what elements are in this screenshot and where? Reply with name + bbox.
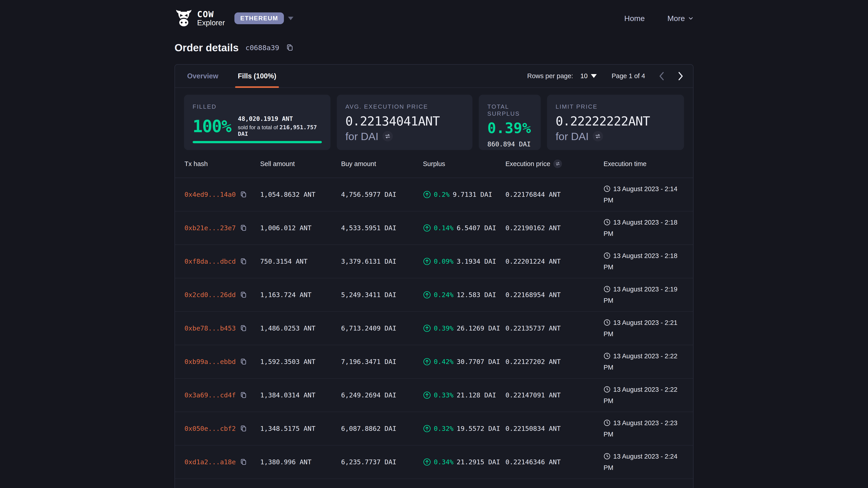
surplus-up-icon: [423, 358, 431, 366]
tx-hash-link[interactable]: 0x4ed9...14a0: [184, 191, 236, 198]
copy-tx-hash-button[interactable]: [240, 325, 247, 332]
execution-time-text: 13 August 2023 - 2:18 PM: [603, 252, 677, 271]
select-caret-icon: [591, 74, 597, 78]
execution-price: 0.22168954 ANT: [505, 291, 603, 299]
copy-icon: [240, 325, 247, 332]
total-surplus-percent: 0.39%: [487, 121, 532, 135]
surplus-percent: 0.09%: [434, 258, 454, 265]
rows-per-page-select[interactable]: 10: [580, 72, 596, 80]
surplus-percent: 0.33%: [434, 391, 454, 399]
tx-hash-link[interactable]: 0xd1a2...a18e: [184, 458, 236, 466]
limit-price-card: LIMIT PRICE 0.22222222ANT for DAI: [547, 95, 684, 150]
clock-icon: [603, 453, 611, 463]
prev-page-button[interactable]: [659, 72, 664, 80]
nav-home[interactable]: Home: [624, 14, 645, 23]
invert-price-button[interactable]: [382, 131, 393, 141]
surplus-amount: 6.5407 DAI: [457, 224, 496, 232]
copy-tx-hash-button[interactable]: [240, 258, 247, 265]
tab-overview[interactable]: Overview: [184, 65, 221, 88]
pagination: Rows per page: 10 Page 1 of 4: [527, 72, 684, 80]
tab-bar: Overview Fills (100%) Rows per page: 10 …: [175, 65, 693, 88]
buy-amount: 6,713.2409 DAI: [341, 324, 423, 332]
avg-price-label: AVG. EXECUTION PRICE: [345, 103, 464, 110]
main-nav: Home More: [624, 14, 693, 23]
network-caret-icon[interactable]: [288, 17, 293, 20]
copy-tx-hash-button[interactable]: [240, 458, 247, 466]
execution-time-text: 13 August 2023 - 2:24 PM: [603, 453, 677, 471]
surplus-amount: 3.1934 DAI: [457, 258, 496, 265]
chevron-left-icon: [659, 72, 664, 80]
copy-tx-hash-button[interactable]: [240, 191, 247, 198]
fill-row: 0x3a69...cd4f 1,384.0314 ANT 6,249.2694 …: [175, 379, 693, 412]
execution-time: 13 August 2023 - 2:21 PM: [603, 318, 680, 339]
tx-hash-link[interactable]: 0xbe78...b453: [184, 324, 236, 332]
execution-price: 0.22190162 ANT: [505, 224, 603, 232]
fills-table-header: Tx hash Sell amount Buy amount Surplus E…: [175, 150, 693, 178]
buy-amount: 5,249.3411 DAI: [341, 291, 423, 299]
brand-subtitle: Explorer: [197, 19, 225, 27]
nav-more[interactable]: More: [668, 14, 693, 23]
buy-amount: 6,087.8862 DAI: [341, 425, 423, 432]
execution-time: 13 August 2023 - 2:19 PM: [603, 284, 680, 306]
clock-icon: [603, 285, 611, 295]
buy-amount: 7,196.3471 DAI: [341, 358, 423, 365]
sell-amount: 1,486.0253 ANT: [260, 324, 341, 332]
surplus-percent: 0.32%: [434, 425, 454, 432]
filled-percent: 100%: [193, 118, 231, 135]
tx-hash-link[interactable]: 0x3a69...cd4f: [184, 391, 236, 399]
copy-icon: [240, 358, 247, 365]
order-panel: Overview Fills (100%) Rows per page: 10 …: [175, 64, 693, 488]
copy-tx-hash-button[interactable]: [240, 291, 247, 298]
fill-row: 0xb21e...23e7 1,006.012 ANT 4,533.5951 D…: [175, 212, 693, 245]
surplus-up-icon: [423, 424, 431, 433]
tx-hash-link[interactable]: 0xb99a...ebbd: [184, 358, 236, 365]
filled-total-prefix: sold for a total of: [238, 124, 278, 130]
tx-hash-link[interactable]: 0x2cd0...26dd: [184, 291, 236, 299]
execution-price: 0.22135737 ANT: [505, 324, 603, 332]
fill-row: 0x2cd0...26dd 1,163.724 ANT 5,249.3411 D…: [175, 278, 693, 312]
surplus-amount: 26.1269 DAI: [457, 324, 500, 332]
tx-hash-link[interactable]: 0x050e...cbf2: [184, 425, 236, 432]
copy-icon: [240, 458, 247, 466]
clock-icon: [603, 219, 611, 229]
avg-price-unit: for DAI: [345, 130, 378, 142]
copy-tx-hash-button[interactable]: [240, 425, 247, 432]
col-sell-amount: Sell amount: [260, 160, 341, 168]
surplus-amount: 21.2915 DAI: [457, 458, 500, 466]
execution-price: 0.22147091 ANT: [505, 391, 603, 399]
cow-icon: [175, 9, 193, 28]
copy-order-id-button[interactable]: [286, 44, 293, 52]
fill-row: 0xf8da...dbcd 750.3154 ANT 3,379.6131 DA…: [175, 245, 693, 278]
filled-progress-fill: [193, 141, 322, 143]
execution-time-text: 13 August 2023 - 2:19 PM: [603, 286, 677, 304]
network-selector[interactable]: ETHEREUM: [235, 12, 284, 24]
copy-tx-hash-button[interactable]: [240, 392, 247, 399]
next-page-button[interactable]: [678, 72, 684, 80]
page-status: Page 1 of 4: [612, 72, 645, 80]
tx-hash-link[interactable]: 0xf8da...dbcd: [184, 258, 236, 265]
copy-icon: [286, 44, 293, 52]
surplus-amount: 21.128 DAI: [457, 391, 496, 399]
buy-amount: 4,533.5951 DAI: [341, 224, 423, 232]
clock-icon: [603, 185, 611, 195]
invert-execution-price-button[interactable]: [553, 160, 562, 168]
copy-icon: [240, 291, 247, 298]
tab-fills[interactable]: Fills (100%): [235, 65, 279, 88]
invert-limit-price-button[interactable]: [593, 131, 603, 141]
copy-tx-hash-button[interactable]: [240, 358, 247, 365]
execution-time: 13 August 2023 - 2:22 PM: [603, 351, 680, 372]
copy-icon: [240, 191, 247, 198]
copy-tx-hash-button[interactable]: [240, 224, 247, 232]
tx-hash-link[interactable]: 0xb21e...23e7: [184, 224, 236, 232]
clock-icon: [603, 386, 611, 396]
clock-icon: [603, 352, 611, 362]
stat-cards: FILLED 100% 48,020.1919 ANT sold for a t…: [184, 95, 684, 150]
cow-explorer-logo[interactable]: COW Explorer: [175, 9, 225, 28]
chevron-down-icon: [688, 15, 693, 21]
surplus-up-icon: [423, 458, 431, 466]
buy-amount: 6,249.2694 DAI: [341, 391, 423, 399]
execution-time-text: 13 August 2023 - 2:14 PM: [603, 185, 677, 204]
header: COW Explorer ETHEREUM Home More: [175, 0, 693, 28]
execution-time-text: 13 August 2023 - 2:23 PM: [603, 419, 677, 438]
clock-icon: [603, 319, 611, 329]
